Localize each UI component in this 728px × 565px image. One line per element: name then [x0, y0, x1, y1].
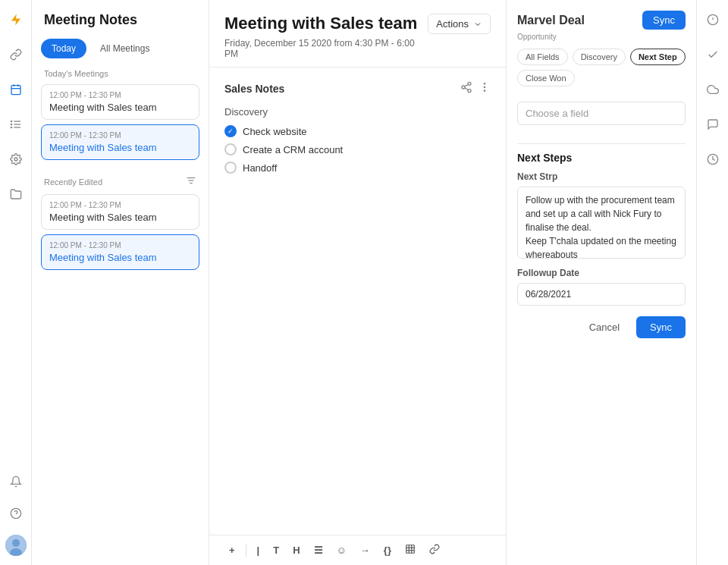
share-icon[interactable]	[460, 81, 472, 96]
sidebar-tabs: Today All Meetings	[41, 39, 199, 58]
meeting-time: 12:00 PM - 12:30 PM	[49, 131, 191, 140]
meeting-time: 12:00 PM - 12:30 PM	[49, 241, 191, 250]
sidebar: Meeting Notes Today All Meetings Today's…	[32, 0, 209, 565]
field-select[interactable]: Choose a field	[517, 102, 686, 125]
svg-point-26	[484, 86, 485, 87]
svg-line-23	[465, 88, 469, 90]
followup-date-input[interactable]	[517, 283, 686, 306]
sidebar-title: Meeting Notes	[41, 12, 199, 28]
cloud-icon[interactable]	[702, 79, 723, 100]
more-icon[interactable]	[479, 81, 491, 96]
list-item[interactable]: 12:00 PM - 12:30 PM Meeting with Sales t…	[41, 124, 199, 160]
filter-next-step[interactable]: Next Step	[630, 49, 686, 65]
svg-point-25	[484, 83, 485, 84]
list-item[interactable]: 12:00 PM - 12:30 PM Meeting with Sales t…	[41, 194, 199, 230]
svg-line-24	[465, 84, 469, 86]
checklist-item: Check website	[224, 125, 491, 137]
svg-point-27	[484, 90, 485, 91]
meeting-time: 12:00 PM - 12:30 PM	[49, 201, 191, 209]
recently-edited-header: Recently Edited	[41, 175, 199, 188]
filter-all-fields[interactable]: All Fields	[517, 49, 568, 65]
notes-area: Sales Notes Discovery Check website Crea…	[209, 67, 506, 535]
main-header: Meeting with Sales team Friday, December…	[209, 0, 506, 67]
meeting-date: Friday, December 15 2020 from 4:30 PM - …	[224, 38, 428, 59]
list-button[interactable]: ☰	[309, 542, 328, 558]
svg-point-20	[468, 82, 471, 85]
tab-all-meetings[interactable]: All Meetings	[89, 39, 160, 58]
chat-icon[interactable]	[702, 114, 723, 135]
save-sync-button[interactable]: Sync	[636, 316, 686, 338]
filter-close-won[interactable]: Close Won	[517, 70, 575, 86]
svg-point-21	[462, 86, 465, 89]
bold-button[interactable]: T	[268, 542, 284, 558]
todays-meetings-label: Today's Meetings	[41, 69, 199, 78]
link-icon[interactable]	[5, 44, 27, 65]
next-step-textarea[interactable]: Follow up with the procurement team and …	[517, 187, 686, 259]
checkbox-checked[interactable]	[224, 125, 237, 137]
main-content: Meeting with Sales team Friday, December…	[209, 0, 507, 565]
settings-icon[interactable]	[5, 149, 27, 170]
tab-today[interactable]: Today	[41, 39, 86, 58]
svg-rect-28	[406, 545, 415, 554]
recently-edited-label: Recently Edited	[44, 177, 102, 187]
filter-tabs: All Fields Discovery Next Step	[517, 49, 686, 65]
meeting-name: Meeting with Sales team	[49, 252, 191, 263]
checkbox-unchecked[interactable]	[224, 143, 237, 155]
checklist-item: Create a CRM account	[224, 143, 491, 155]
page-title: Meeting with Sales team	[224, 14, 428, 33]
right-icon-bar	[696, 0, 728, 565]
checklist-text: Create a CRM account	[243, 144, 343, 155]
checklist-text: Check website	[243, 126, 307, 137]
next-strp-label: Next Strp	[517, 171, 686, 182]
checklist-item: Handoff	[224, 162, 491, 174]
meeting-name: Meeting with Sales team	[49, 102, 191, 113]
action-buttons: Cancel Sync	[517, 316, 686, 338]
svg-point-9	[11, 124, 11, 124]
svg-point-22	[468, 89, 471, 93]
sort-icon[interactable]	[186, 175, 196, 188]
cancel-button[interactable]: Cancel	[579, 316, 630, 338]
clock-icon[interactable]	[702, 149, 723, 170]
notes-section-header: Sales Notes	[224, 81, 491, 96]
calendar-icon[interactable]	[5, 79, 27, 100]
code-button[interactable]: {}	[379, 542, 396, 558]
emoji-button[interactable]: ☺	[332, 542, 351, 558]
logo-icon[interactable]	[5, 9, 27, 30]
insert-button[interactable]: +	[224, 542, 240, 558]
list-item[interactable]: 12:00 PM - 12:30 PM Meeting with Sales t…	[41, 84, 199, 120]
arrow-button[interactable]: →	[356, 542, 375, 558]
deal-title: Marvel Deal	[517, 14, 585, 27]
deal-header: Marvel Deal Sync	[517, 11, 686, 30]
bell-icon[interactable]	[5, 471, 27, 492]
list-icon[interactable]	[5, 114, 27, 135]
meeting-time: 12:00 PM - 12:30 PM	[49, 91, 191, 99]
svg-rect-1	[11, 86, 20, 95]
svg-point-10	[11, 127, 11, 127]
svg-point-15	[12, 539, 20, 547]
heading-button[interactable]: H	[288, 542, 304, 558]
svg-point-11	[14, 158, 17, 161]
next-steps-title: Next Steps	[517, 152, 686, 164]
table-button[interactable]	[400, 541, 420, 559]
svg-marker-0	[11, 14, 20, 26]
pipe-button[interactable]: |	[253, 542, 265, 558]
checkbox-unchecked[interactable]	[224, 162, 237, 174]
help-icon[interactable]	[5, 503, 27, 524]
sync-button[interactable]: Sync	[642, 11, 686, 30]
svg-point-8	[11, 121, 11, 121]
notes-title: Sales Notes	[224, 83, 284, 95]
toolbar-separator	[246, 545, 246, 557]
divider	[517, 143, 686, 144]
avatar[interactable]	[5, 535, 27, 556]
checklist-text: Handoff	[243, 162, 277, 174]
right-panel: Marvel Deal Sync Opportunity All Fields …	[507, 0, 696, 565]
filter-discovery[interactable]: Discovery	[573, 49, 626, 65]
notes-action-icons	[460, 81, 491, 96]
info-icon[interactable]	[702, 9, 723, 30]
list-item[interactable]: 12:00 PM - 12:30 PM Meeting with Sales t…	[41, 234, 199, 270]
meeting-name: Meeting with Sales team	[49, 142, 191, 153]
actions-button[interactable]: Actions	[428, 14, 491, 34]
folder-icon[interactable]	[5, 184, 27, 205]
link-button[interactable]	[425, 541, 444, 559]
check-icon[interactable]	[702, 44, 723, 65]
